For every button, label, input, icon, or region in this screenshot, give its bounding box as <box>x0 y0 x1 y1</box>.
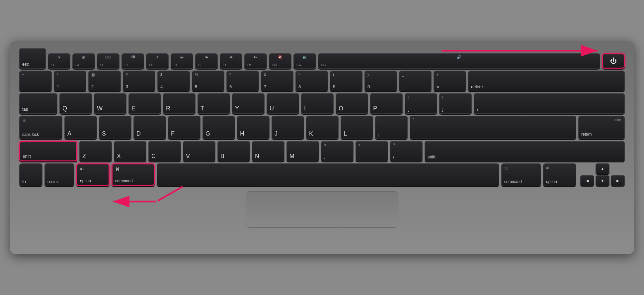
keyboard: esc ☀ F1 ☀ F2 ⊡⊡ F3 ⠿⠿ F4 ☀ F5 ☀ F6 ⏮ F7 <box>10 41 634 254</box>
key-n[interactable]: N <box>252 141 284 161</box>
key-y[interactable]: Y <box>232 93 265 114</box>
key-equals[interactable]: + = <box>434 71 466 91</box>
key-0[interactable]: ) 0 <box>364 71 397 91</box>
key-arrow-right[interactable]: ▶ <box>611 175 625 186</box>
key-v[interactable]: V <box>183 141 215 161</box>
bottom-row: fn control alt option ⌘ command ⌘ comman… <box>19 163 625 186</box>
key-arrow-left[interactable]: ◀ <box>580 175 594 186</box>
key-power[interactable]: ⏻ <box>602 53 625 69</box>
key-4[interactable]: $ 4 <box>157 71 190 91</box>
home-row: caps lock A S D F G H J K L : ; " ' ente… <box>19 116 625 139</box>
key-f[interactable]: F <box>168 116 201 139</box>
key-comma[interactable]: < , <box>321 141 354 161</box>
nav-cluster: ▲ ◀ ▼ ▶ <box>580 163 625 186</box>
key-7[interactable]: & 7 <box>261 71 293 91</box>
key-p[interactable]: P <box>370 93 403 114</box>
key-space[interactable] <box>157 163 499 186</box>
key-f6[interactable]: ☀ F6 <box>171 53 193 69</box>
key-tab[interactable]: tab <box>19 93 57 114</box>
key-arrow-down[interactable]: ▼ <box>596 175 609 186</box>
key-f8[interactable]: ⏯ F8 <box>220 53 242 69</box>
trackpad[interactable] <box>246 191 398 228</box>
key-f12[interactable]: 🔊 F12 <box>318 53 600 69</box>
key-f11[interactable]: 🔉 F11 <box>293 53 316 69</box>
key-h[interactable]: H <box>237 116 270 139</box>
trackpad-area <box>19 189 625 228</box>
key-e[interactable]: E <box>128 93 161 114</box>
key-q[interactable]: Q <box>59 93 92 114</box>
key-period[interactable]: > . <box>356 141 388 161</box>
shift-row: shift Z X C V B N M < , > . ? / shift <box>19 141 625 161</box>
key-6[interactable]: ^ 6 <box>226 71 259 91</box>
key-d[interactable]: D <box>133 116 166 139</box>
key-8[interactable]: * 8 <box>295 71 328 91</box>
key-backtick[interactable]: ~ ` <box>19 71 52 91</box>
key-shift-left[interactable]: shift <box>19 141 77 161</box>
key-backslash[interactable]: | \ <box>474 93 625 114</box>
key-arrow-up[interactable]: ▲ <box>596 163 609 174</box>
key-slash[interactable]: ? / <box>390 141 423 161</box>
fn-row: esc ☀ F1 ☀ F2 ⊡⊡ F3 ⠿⠿ F4 ☀ F5 ☀ F6 ⏮ F7 <box>19 48 625 69</box>
key-9[interactable]: ( 9 <box>330 71 362 91</box>
key-x[interactable]: X <box>114 141 146 161</box>
qwerty-row: tab Q W E R T Y U I O P { [ } ] | \ <box>19 93 625 114</box>
key-k[interactable]: K <box>306 116 339 139</box>
key-f10[interactable]: 🔇 F10 <box>269 53 291 69</box>
key-command-right[interactable]: ⌘ command <box>501 163 541 186</box>
number-row: ~ ` ! 1 @ 2 # 3 $ 4 % 5 ^ 6 & 7 <box>19 71 625 91</box>
caps-lock-indicator <box>23 119 26 122</box>
key-fn[interactable]: fn <box>19 163 42 186</box>
key-u[interactable]: U <box>267 93 299 114</box>
key-option-left[interactable]: alt option <box>76 163 110 186</box>
key-command-left[interactable]: ⌘ command <box>112 163 155 186</box>
key-f5[interactable]: ☀ F5 <box>146 53 169 69</box>
key-3[interactable]: # 3 <box>123 71 155 91</box>
key-f9[interactable]: ⏭ F9 <box>244 53 267 69</box>
key-c[interactable]: C <box>148 141 181 161</box>
key-2[interactable]: @ 2 <box>88 71 121 91</box>
key-delete[interactable]: delete <box>468 71 625 91</box>
key-w[interactable]: W <box>94 93 126 114</box>
key-f4[interactable]: ⠿⠿ F4 <box>121 53 144 69</box>
key-rbracket[interactable]: } ] <box>439 93 472 114</box>
key-o[interactable]: O <box>336 93 368 114</box>
key-semicolon[interactable]: : ; <box>375 116 408 139</box>
key-esc[interactable]: esc <box>19 48 46 69</box>
key-1[interactable]: ! 1 <box>54 71 86 91</box>
key-capslock[interactable]: caps lock <box>19 116 62 139</box>
key-control[interactable]: control <box>44 163 74 186</box>
key-t[interactable]: T <box>198 93 230 114</box>
key-option-right[interactable]: alt option <box>543 163 576 186</box>
key-j[interactable]: J <box>272 116 304 139</box>
key-m[interactable]: M <box>286 141 319 161</box>
key-enter[interactable]: enter return <box>578 116 625 139</box>
key-f2[interactable]: ☀ F2 <box>72 53 95 69</box>
key-a[interactable]: A <box>64 116 97 139</box>
key-f1[interactable]: ☀ F1 <box>48 53 70 69</box>
key-f3[interactable]: ⊡⊡ F3 <box>97 53 120 69</box>
key-lbracket[interactable]: { [ <box>405 93 437 114</box>
key-z[interactable]: Z <box>79 141 112 161</box>
key-shift-right[interactable]: shift <box>425 141 625 161</box>
key-s[interactable]: S <box>99 116 131 139</box>
key-minus[interactable]: _ - <box>399 71 432 91</box>
key-r[interactable]: R <box>163 93 196 114</box>
key-b[interactable]: B <box>217 141 250 161</box>
key-g[interactable]: G <box>202 116 235 139</box>
key-f7[interactable]: ⏮ F7 <box>195 53 218 69</box>
key-l[interactable]: L <box>341 116 373 139</box>
key-i[interactable]: I <box>301 93 334 114</box>
key-5[interactable]: % 5 <box>192 71 224 91</box>
key-quote[interactable]: " ' <box>410 116 576 139</box>
